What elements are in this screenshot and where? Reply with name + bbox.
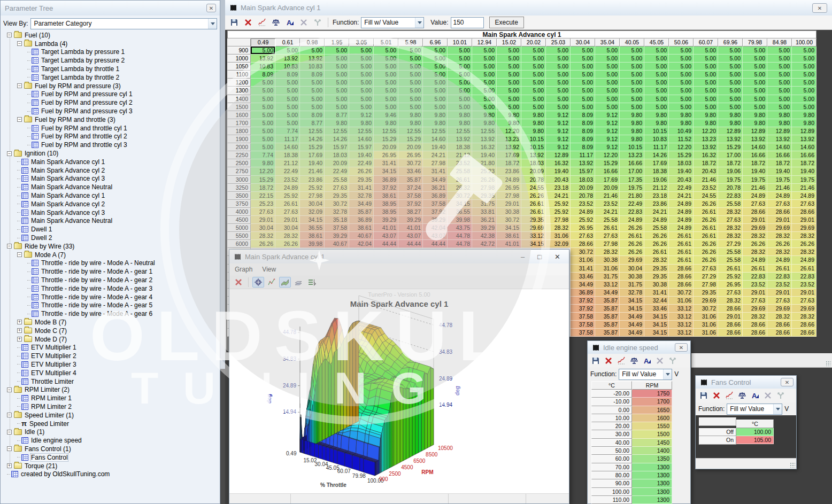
spark-cell[interactable]: 31.06 bbox=[669, 297, 694, 305]
spark-cell[interactable]: 7.74 bbox=[275, 127, 300, 135]
spark-cell[interactable]: 5.00 bbox=[448, 87, 472, 95]
spark-cell[interactable]: 5.00 bbox=[792, 103, 816, 111]
spark-cell[interactable]: 12.20 bbox=[595, 151, 620, 159]
spark-cell[interactable]: 5.00 bbox=[571, 103, 595, 111]
tree-item[interactable]: Dwell 1 bbox=[1, 225, 219, 234]
temp-cell[interactable]: 10.00 bbox=[591, 414, 632, 422]
col-header[interactable]: 25.03 bbox=[546, 38, 571, 46]
spark-cell[interactable]: 9.80 bbox=[620, 127, 644, 135]
spark-cell[interactable]: 14.60 bbox=[423, 135, 448, 143]
spark-cell[interactable]: 27.63 bbox=[595, 232, 620, 240]
spark-cell[interactable]: 21.46 bbox=[694, 176, 718, 184]
spark-cell[interactable]: 15.29 bbox=[374, 135, 398, 143]
spark-cell[interactable]: 9.80 bbox=[620, 111, 644, 119]
col-header[interactable]: °C bbox=[736, 420, 774, 428]
temp-cell[interactable]: 40.00 bbox=[591, 439, 632, 447]
spark-cell[interactable]: 38.61 bbox=[497, 232, 521, 240]
spark-cell[interactable]: 34.15 bbox=[620, 297, 644, 305]
spark-cell[interactable]: 9.80 bbox=[325, 119, 349, 127]
spark-cell[interactable]: 9.80 bbox=[718, 111, 743, 119]
close-icon[interactable]: ✕ bbox=[812, 3, 827, 13]
spark-cell[interactable]: 13.92 bbox=[792, 135, 816, 143]
close-icon[interactable]: ✕ bbox=[554, 253, 560, 261]
spark-cell[interactable]: 9.12 bbox=[546, 143, 571, 151]
spark-cell[interactable]: 15.97 bbox=[571, 167, 595, 175]
spark-cell[interactable]: 10.83 bbox=[251, 63, 275, 71]
collapse-icon[interactable]: − bbox=[7, 151, 12, 156]
spark-cell[interactable]: 5.00 bbox=[349, 55, 374, 63]
spark-cell[interactable]: 43.75 bbox=[448, 224, 472, 232]
delete-icon[interactable] bbox=[603, 355, 614, 366]
spark-cell[interactable]: 8.09 bbox=[571, 119, 595, 127]
spark-cell[interactable]: 30.72 bbox=[694, 305, 718, 313]
spark-cell[interactable]: 5.00 bbox=[571, 63, 595, 71]
scale-icon[interactable] bbox=[628, 355, 640, 366]
spark-cell[interactable]: 28.32 bbox=[767, 313, 792, 321]
spark-cell[interactable]: 5.00 bbox=[743, 71, 767, 79]
collapse-icon[interactable]: − bbox=[17, 41, 22, 46]
spark-cell[interactable]: 8.09 bbox=[275, 71, 300, 79]
spark-cell[interactable]: 29.69 bbox=[521, 224, 546, 232]
spark-cell[interactable]: 23.86 bbox=[300, 176, 325, 184]
spark-cell[interactable]: 12.55 bbox=[300, 127, 325, 135]
tree-item[interactable]: ETV Multiplier 4 bbox=[1, 369, 219, 377]
row-header[interactable]: 2500 bbox=[227, 159, 251, 167]
spark-cell[interactable]: 26.26 bbox=[275, 240, 300, 248]
spark-cell[interactable]: 29.69 bbox=[792, 224, 816, 232]
row-header[interactable]: 3750 bbox=[227, 200, 251, 208]
spark-cell[interactable]: 30.72 bbox=[398, 159, 423, 167]
row-header[interactable]: 1800 bbox=[227, 127, 251, 135]
spark-cell[interactable]: 20.43 bbox=[546, 176, 571, 184]
spark-cell[interactable]: 5.00 bbox=[374, 87, 398, 95]
spark-cell[interactable]: 5.00 bbox=[251, 95, 275, 103]
spark-cell[interactable]: 5.00 bbox=[374, 63, 398, 71]
tree-item[interactable]: −Fuel by RPM and pressure (3) bbox=[1, 82, 219, 90]
spark-cell[interactable]: 9.46 bbox=[374, 111, 398, 119]
spark-cell[interactable]: 5.00 bbox=[497, 46, 521, 55]
spark-cell[interactable]: 25.58 bbox=[644, 224, 669, 232]
col-header[interactable]: 84.98 bbox=[767, 38, 792, 46]
spark-cell[interactable]: 5.00 bbox=[300, 46, 325, 55]
row-header[interactable]: 2750 bbox=[227, 167, 251, 175]
row-header[interactable]: 4500 bbox=[227, 216, 251, 224]
spark-cell[interactable]: 32.44 bbox=[644, 297, 669, 305]
row-header[interactable]: 3500 bbox=[227, 192, 251, 200]
spark-cell[interactable]: 13.23 bbox=[497, 135, 521, 143]
spark-cell[interactable]: 21.12 bbox=[448, 151, 472, 159]
spark-cell[interactable]: 29.01 bbox=[275, 216, 300, 224]
tree-item[interactable]: Fans Control bbox=[1, 453, 219, 462]
spark-cell[interactable]: 12.89 bbox=[743, 127, 767, 135]
spark-cell[interactable]: 5.00 bbox=[718, 79, 743, 87]
spark-cell[interactable]: 19.40 bbox=[300, 159, 325, 167]
spark-cell[interactable]: 27.98 bbox=[497, 192, 521, 200]
spark-cell[interactable]: 26.61 bbox=[669, 232, 694, 240]
spark-cell[interactable]: 23.18 bbox=[546, 184, 571, 192]
spark-cell[interactable]: 23.86 bbox=[497, 167, 521, 175]
spark-cell[interactable]: 12.55 bbox=[472, 127, 497, 135]
spark-cell[interactable]: 5.00 bbox=[620, 103, 644, 111]
spark-cell[interactable]: 5.00 bbox=[448, 55, 472, 63]
rpm-cell[interactable]: 1400 bbox=[632, 447, 672, 455]
rpm-cell[interactable]: 1550 bbox=[632, 422, 672, 430]
spark-cell[interactable]: 34.15 bbox=[620, 305, 644, 313]
graph-icon[interactable] bbox=[723, 390, 735, 401]
spark-cell[interactable]: 30.72 bbox=[669, 289, 694, 297]
col-header[interactable]: 5.01 bbox=[374, 38, 398, 46]
spark-cell[interactable]: 5.00 bbox=[767, 103, 792, 111]
spark-cell[interactable]: 29.01 bbox=[718, 313, 743, 321]
spark-cell[interactable]: 20.09 bbox=[398, 143, 423, 151]
spark-cell[interactable]: 9.12 bbox=[349, 111, 374, 119]
compare-icon[interactable]: A bbox=[749, 390, 761, 401]
spark-cell[interactable]: 28.32 bbox=[767, 232, 792, 240]
spark-cell[interactable]: 8.09 bbox=[300, 71, 325, 79]
spark-cell[interactable]: 10.49 bbox=[669, 127, 694, 135]
spark-cell[interactable]: 18.38 bbox=[275, 151, 300, 159]
spark-cell[interactable]: 31.06 bbox=[546, 232, 571, 240]
spark-cell[interactable]: 27.98 bbox=[300, 192, 325, 200]
tree-item[interactable]: −Ignition (10) bbox=[1, 149, 219, 158]
row-header[interactable]: 1700 bbox=[227, 119, 251, 127]
spark-cell[interactable]: 5.00 bbox=[349, 87, 374, 95]
spark-cell[interactable]: 12.55 bbox=[374, 127, 398, 135]
spark-cell[interactable]: 5.00 bbox=[423, 55, 448, 63]
scale-icon[interactable] bbox=[270, 17, 282, 28]
